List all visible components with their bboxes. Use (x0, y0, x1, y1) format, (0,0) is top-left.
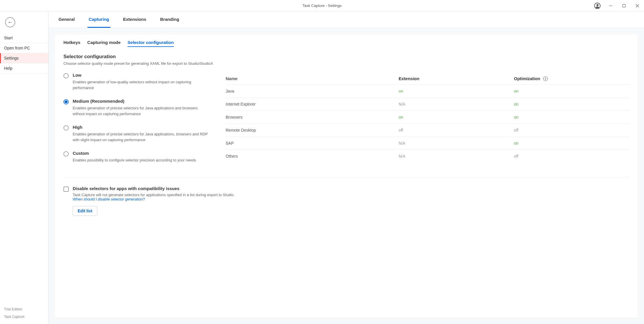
cell-name: Browsers (226, 115, 399, 119)
edition-label: Trial Edition (4, 305, 44, 313)
radio-description: Enables generation of precise selectors … (73, 105, 208, 117)
section-title: Selector configuration (63, 54, 629, 60)
subtab-selector-configuration[interactable]: Selector configuration (127, 40, 174, 47)
tab-branding[interactable]: Branding (159, 12, 180, 28)
radio-description: Enables generation of low-quality select… (73, 79, 208, 91)
radio-button[interactable] (63, 99, 69, 104)
edit-list-button[interactable]: Edit list (73, 206, 97, 216)
cell-extension: on (399, 115, 514, 119)
cell-extension: N/A (399, 102, 514, 106)
cell-name: SAP (226, 141, 399, 146)
table-row: Remote Desktopoffoff (226, 124, 629, 137)
cell-name: Java (226, 89, 399, 93)
maximize-icon (622, 4, 626, 8)
sidebar-footer: Trial Edition Task Capture (0, 303, 48, 324)
table-row: SAPN/Aon (226, 137, 629, 150)
sidebar-item-open-from-pc[interactable]: Open from PC (0, 43, 48, 53)
table-header: Name Extension Optimization i (226, 73, 629, 84)
main-tabs: GeneralCapturingExtensionsBranding (49, 12, 644, 28)
table-row: Javaonon (226, 84, 629, 97)
cell-optimization: off (514, 154, 629, 159)
account-button[interactable] (591, 0, 604, 12)
settings-panel: HotkeysCapturing modeSelector configurat… (54, 34, 638, 318)
minimize-button[interactable] (604, 0, 617, 12)
maximize-button[interactable] (617, 0, 631, 12)
cell-optimization: on (514, 115, 629, 119)
radio-label: Medium (Recommended) (73, 99, 208, 104)
subtab-hotkeys[interactable]: Hotkeys (63, 40, 80, 47)
cell-optimization: on (514, 89, 629, 93)
header-extension: Extension (399, 76, 514, 81)
radio-label: Custom (73, 151, 208, 156)
cell-name: Internet Explorer (226, 102, 399, 106)
cell-optimization: on (514, 141, 629, 146)
radio-button[interactable] (63, 151, 69, 157)
disable-selectors-checkbox[interactable] (63, 187, 69, 192)
info-icon[interactable]: i (543, 76, 548, 81)
radio-description: Enables generation of precise selectors … (73, 131, 208, 143)
radio-label: Low (73, 73, 208, 78)
quality-options: LowEnables generation of low-quality sel… (63, 73, 208, 171)
radio-label: High (73, 125, 208, 130)
cell-extension: on (399, 89, 514, 93)
tab-general[interactable]: General (57, 12, 76, 28)
disable-selectors-label: Disable selectors for apps with compatib… (73, 186, 235, 191)
cell-name: Remote Desktop (226, 128, 399, 132)
cell-name: Others (226, 154, 399, 159)
tab-capturing[interactable]: Capturing (87, 12, 110, 28)
radio-option-custom[interactable]: CustomEnables possibility to configure s… (63, 151, 208, 163)
cell-optimization: on (514, 102, 629, 106)
sidebar: ← StartOpen from PCSettingsHelp Trial Ed… (0, 12, 49, 324)
sub-tabs: HotkeysCapturing modeSelector configurat… (63, 40, 629, 47)
disable-selectors-desc: Task Capture will not generate selectors… (73, 193, 235, 201)
radio-option-low[interactable]: LowEnables generation of low-quality sel… (63, 73, 208, 91)
close-icon (636, 4, 639, 8)
table-row: Internet ExplorerN/Aon (226, 97, 629, 111)
radio-description: Enables possibility to configure selecto… (73, 157, 208, 163)
extension-table: Name Extension Optimization i JavaononIn… (226, 73, 629, 171)
account-icon (594, 3, 601, 9)
table-row: Browsersonon (226, 111, 629, 124)
svg-rect-1 (623, 5, 625, 7)
cell-extension: N/A (399, 141, 514, 146)
radio-option-high[interactable]: HighEnables generation of precise select… (63, 125, 208, 143)
cell-optimization: off (514, 128, 629, 132)
titlebar: Task Capture - Settings (0, 0, 644, 12)
main-content: GeneralCapturingExtensionsBranding Hotke… (49, 12, 644, 324)
cell-extension: off (399, 128, 514, 132)
minimize-icon (609, 4, 612, 8)
tab-extensions[interactable]: Extensions (122, 12, 147, 28)
divider (63, 177, 629, 177)
radio-option-medium[interactable]: Medium (Recommended)Enables generation o… (63, 99, 208, 117)
table-row: OthersN/Aoff (226, 150, 629, 163)
subtab-capturing-mode[interactable]: Capturing mode (87, 40, 121, 47)
header-name: Name (226, 76, 399, 81)
header-optimization: Optimization i (514, 76, 629, 81)
sidebar-item-help[interactable]: Help (0, 63, 48, 73)
disable-selectors-section: Disable selectors for apps with compatib… (63, 186, 629, 216)
radio-button[interactable] (63, 73, 69, 78)
sidebar-item-start[interactable]: Start (0, 33, 48, 43)
back-button[interactable]: ← (5, 17, 15, 27)
cell-extension: N/A (399, 154, 514, 159)
back-arrow-icon: ← (8, 19, 13, 25)
window-title: Task Capture - Settings (302, 3, 342, 8)
disable-selectors-help-link[interactable]: When should I disable selector generatio… (73, 197, 145, 201)
section-description: Choose selector quality mode preset for … (63, 61, 629, 66)
product-label: Task Capture (4, 313, 44, 321)
sidebar-item-settings[interactable]: Settings (0, 53, 48, 63)
radio-button[interactable] (63, 125, 69, 130)
close-button[interactable] (631, 0, 644, 12)
